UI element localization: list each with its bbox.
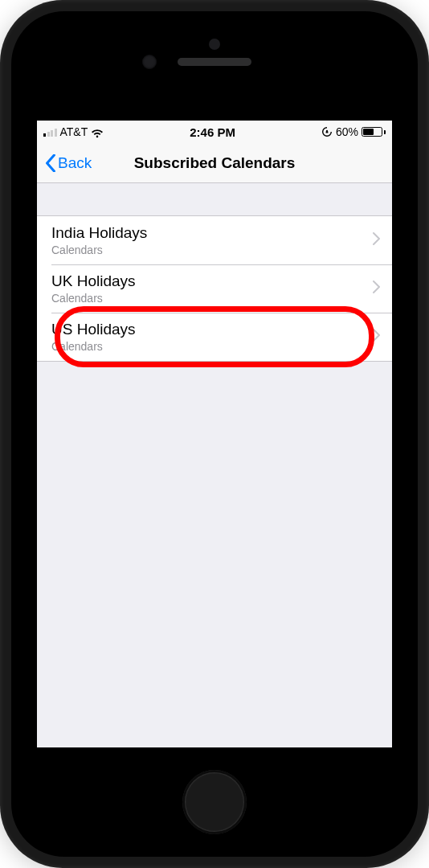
calendar-row[interactable]: UK Holidays Calendars [37, 264, 392, 313]
row-subtitle: Calendars [51, 292, 373, 305]
row-title: US Holidays [51, 321, 373, 338]
chevron-right-icon [373, 280, 381, 297]
status-time: 2:46 PM [190, 125, 235, 139]
status-bar: AT&T 2:46 PM 60% [37, 121, 392, 143]
carrier-label: AT&T [60, 125, 88, 138]
battery-percentage: 60% [336, 125, 358, 138]
chevron-right-icon [373, 329, 381, 345]
chevron-right-icon [373, 232, 381, 248]
home-button[interactable] [182, 770, 247, 834]
row-title: UK Holidays [51, 272, 373, 290]
chevron-left-icon [45, 154, 56, 172]
phone-frame: AT&T 2:46 PM 60% [0, 0, 429, 868]
proximity-sensor [209, 39, 220, 50]
screen: AT&T 2:46 PM 60% [37, 121, 392, 747]
signal-strength-icon [43, 127, 57, 137]
row-subtitle: Calendars [51, 244, 373, 256]
earpiece-speaker [178, 58, 251, 66]
front-camera [142, 55, 157, 69]
row-subtitle: Calendars [51, 340, 373, 353]
calendar-row[interactable]: India Holidays Calendars [37, 216, 392, 264]
wifi-icon [91, 127, 104, 137]
battery-icon [362, 127, 386, 137]
nav-bar: Back Subscribed Calendars [37, 143, 392, 183]
row-title: India Holidays [51, 224, 373, 242]
calendar-list: India Holidays Calendars UK Holidays Cal… [37, 215, 392, 362]
back-button[interactable]: Back [45, 154, 92, 172]
back-label: Back [58, 154, 92, 172]
calendar-row[interactable]: US Holidays Calendars [37, 313, 392, 361]
orientation-lock-icon [321, 126, 333, 137]
